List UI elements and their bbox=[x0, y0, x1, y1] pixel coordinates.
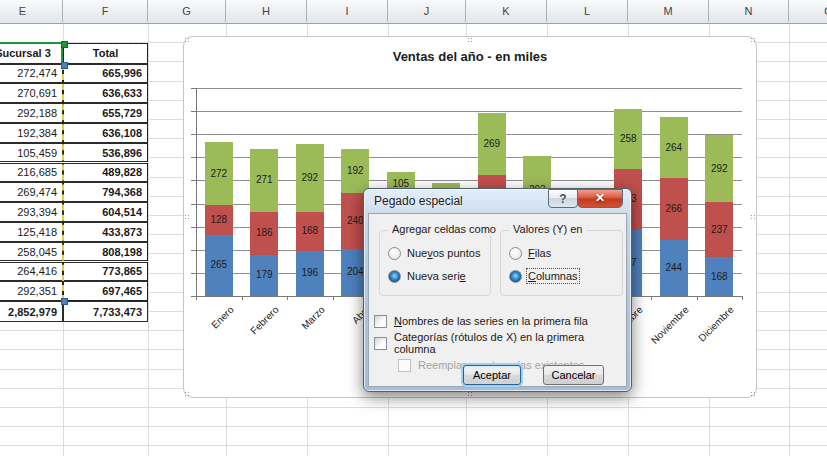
bar-value-label: 272 bbox=[199, 168, 239, 179]
cell-total[interactable]: 433,873 bbox=[63, 222, 148, 242]
category-axis-tick bbox=[697, 296, 698, 300]
help-button[interactable]: ? bbox=[548, 189, 578, 208]
radio-icon-selected[interactable] bbox=[509, 270, 522, 283]
bar-value-label: 264 bbox=[654, 142, 694, 153]
cell-sum-sucursal3[interactable]: 2,852,979 bbox=[0, 301, 63, 322]
chart-selection-handle[interactable] bbox=[467, 391, 474, 398]
aceptar-button[interactable]: Aceptar bbox=[463, 365, 521, 385]
category-axis-tick bbox=[196, 296, 197, 300]
radio-icon[interactable] bbox=[509, 247, 522, 260]
bar-value-label: 244 bbox=[654, 262, 694, 273]
option-label: Categorías (rótulos de X) en la primera … bbox=[394, 331, 626, 355]
radio-option[interactable]: Nuevos puntos bbox=[388, 245, 480, 261]
cell-sucursal3[interactable]: 125,418 bbox=[0, 222, 63, 242]
cell-total[interactable]: 808,198 bbox=[63, 242, 148, 262]
category-axis-tick bbox=[742, 296, 743, 300]
group-label: Agregar celdas como bbox=[388, 223, 500, 235]
bar-value-label: 266 bbox=[654, 203, 694, 214]
cell-sucursal3[interactable]: 258,045 bbox=[0, 242, 63, 262]
chart-selection-handle[interactable] bbox=[184, 391, 191, 398]
radio-option[interactable]: Columnas bbox=[509, 268, 578, 284]
range-handle-green[interactable] bbox=[61, 41, 68, 48]
cell-total[interactable]: 636,633 bbox=[63, 83, 148, 103]
grid-col-line bbox=[789, 23, 790, 456]
paste-special-dialog[interactable]: Pegado especial ? ✕ Agregar celdas como … bbox=[363, 188, 632, 392]
bar-value-label: 265 bbox=[199, 259, 239, 270]
column-header-K[interactable]: K bbox=[466, 0, 547, 22]
cell-sucursal3[interactable]: 292,188 bbox=[0, 103, 63, 123]
column-header-G[interactable]: G bbox=[148, 0, 226, 22]
cancelar-button[interactable]: Cancelar bbox=[543, 365, 604, 385]
table-header-sucursal3[interactable]: Sucursal 3 bbox=[0, 43, 63, 64]
excel-window: EFGHIJKLMNO Sucursal 3Total272,474665,99… bbox=[0, 0, 827, 456]
column-header-I[interactable]: I bbox=[307, 0, 388, 22]
grid-row-line bbox=[0, 407, 827, 408]
group-valores-y-en: Valores (Y) en FilasColumnas bbox=[500, 230, 623, 296]
bar-value-label: 292 bbox=[699, 163, 739, 174]
cell-sucursal3[interactable]: 293,394 bbox=[0, 202, 63, 222]
chart-gridline bbox=[196, 88, 742, 89]
bar-value-label: 186 bbox=[244, 227, 284, 238]
chart-title: Ventas del año - en miles bbox=[184, 49, 756, 64]
bar-value-label: 179 bbox=[244, 269, 284, 280]
dialog-title: Pegado especial bbox=[374, 189, 463, 213]
cell-total[interactable]: 773,865 bbox=[63, 262, 148, 282]
radio-icon[interactable] bbox=[388, 247, 401, 260]
option-label: Nombres de las series en la primera fila bbox=[394, 315, 588, 327]
chart-selection-handle[interactable] bbox=[467, 37, 474, 44]
column-header-F[interactable]: F bbox=[63, 0, 148, 22]
checkbox-icon bbox=[398, 359, 411, 372]
cell-total[interactable]: 636,108 bbox=[63, 123, 148, 143]
cell-total[interactable]: 536,896 bbox=[63, 143, 148, 163]
cell-sucursal3[interactable]: 292,351 bbox=[0, 281, 63, 301]
bar-value-label: 196 bbox=[290, 267, 330, 278]
dialog-client-area: Agregar celdas como Nuevos puntosNueva s… bbox=[368, 213, 627, 387]
bar-value-label: 292 bbox=[290, 172, 330, 183]
range-handle-blue[interactable] bbox=[61, 62, 68, 69]
cell-total[interactable]: 794,368 bbox=[63, 182, 148, 202]
chart-gridline bbox=[196, 111, 742, 112]
cell-total[interactable]: 665,996 bbox=[63, 64, 148, 84]
radio-icon-selected[interactable] bbox=[388, 270, 401, 283]
column-header-M[interactable]: M bbox=[628, 0, 709, 22]
column-header-E[interactable]: E bbox=[0, 0, 63, 22]
bar-value-label: 237 bbox=[699, 224, 739, 235]
cell-sucursal3[interactable]: 105,459 bbox=[0, 143, 63, 163]
column-header-L[interactable]: L bbox=[547, 0, 628, 22]
value-axis bbox=[196, 88, 197, 296]
cell-sucursal3[interactable]: 270,691 bbox=[0, 83, 63, 103]
category-axis-tick bbox=[242, 296, 243, 300]
column-headers: EFGHIJKLMNO bbox=[0, 0, 827, 24]
chart-selection-handle[interactable] bbox=[184, 214, 191, 221]
cell-total[interactable]: 655,729 bbox=[63, 103, 148, 123]
option-label: Filas bbox=[528, 247, 551, 259]
close-icon[interactable]: ✕ bbox=[577, 189, 623, 208]
grid-row-line bbox=[0, 426, 827, 427]
cell-sucursal3[interactable]: 192,384 bbox=[0, 123, 63, 143]
checkbox-icon[interactable] bbox=[374, 337, 387, 350]
checkbox-option[interactable]: Nombres de las series en la primera fila bbox=[374, 313, 588, 329]
column-header-N[interactable]: N bbox=[709, 0, 789, 22]
cell-sum-total[interactable]: 7,733,473 bbox=[63, 301, 148, 322]
cell-total[interactable]: 489,828 bbox=[63, 163, 148, 183]
column-header-H[interactable]: H bbox=[226, 0, 307, 22]
radio-option[interactable]: Nueva serie bbox=[388, 268, 466, 284]
cell-sucursal3[interactable]: 269,474 bbox=[0, 182, 63, 202]
checkbox-option[interactable]: Categorías (rótulos de X) en la primera … bbox=[374, 335, 626, 351]
column-header-O[interactable]: O bbox=[789, 0, 827, 22]
cell-sucursal3[interactable]: 216,685 bbox=[0, 163, 63, 183]
grid-row-line bbox=[0, 445, 827, 446]
chart-selection-handle[interactable] bbox=[750, 391, 757, 398]
chart-selection-handle[interactable] bbox=[184, 37, 191, 44]
checkbox-icon[interactable] bbox=[374, 315, 387, 328]
cell-sucursal3[interactable]: 264,416 bbox=[0, 262, 63, 282]
cell-total[interactable]: 604,514 bbox=[63, 202, 148, 222]
radio-option[interactable]: Filas bbox=[509, 245, 551, 261]
chart-selection-handle[interactable] bbox=[750, 37, 757, 44]
cell-sucursal3[interactable]: 272,474 bbox=[0, 64, 63, 84]
table-header-total[interactable]: Total bbox=[63, 43, 148, 64]
column-header-J[interactable]: J bbox=[388, 0, 466, 22]
range-handle-blue[interactable] bbox=[61, 298, 68, 305]
chart-selection-handle[interactable] bbox=[750, 214, 757, 221]
cell-total[interactable]: 697,465 bbox=[63, 281, 148, 301]
